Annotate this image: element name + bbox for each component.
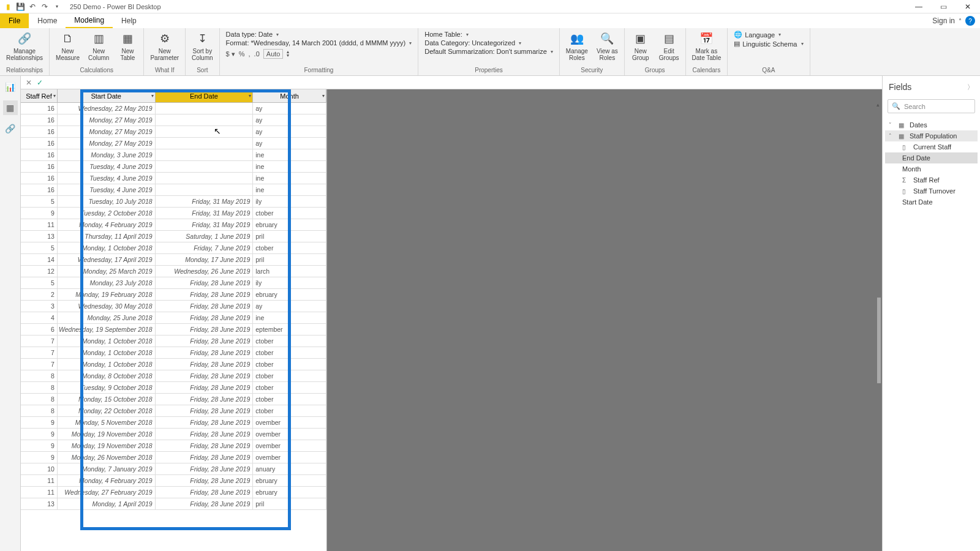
- table-row[interactable]: 4Monday, 25 June 2018Friday, 28 June 201…: [21, 312, 326, 324]
- cell-month[interactable]: eptember: [253, 324, 326, 335]
- cell-enddate[interactable]: Friday, 28 June 2019: [156, 277, 254, 288]
- table-row[interactable]: 10Monday, 7 January 2019Friday, 28 June …: [21, 463, 326, 475]
- cell-staffref[interactable]: 11: [21, 475, 58, 486]
- table-row[interactable]: 16Tuesday, 4 June 2019ine: [21, 161, 326, 173]
- table-row[interactable]: 16Monday, 27 May 2019ay: [21, 126, 326, 138]
- table-row[interactable]: 13Monday, 1 April 2019Friday, 28 June 20…: [21, 498, 326, 510]
- cell-staffref[interactable]: 11: [21, 487, 58, 498]
- sort-by-column-button[interactable]: ↧Sort by Column: [189, 29, 215, 62]
- cell-enddate[interactable]: Monday, 17 June 2019: [156, 254, 254, 265]
- percent-icon[interactable]: %: [239, 50, 245, 58]
- cell-startdate[interactable]: Monday, 8 October 2018: [58, 370, 156, 381]
- cell-month[interactable]: ay: [253, 114, 326, 126]
- cell-startdate[interactable]: Wednesday, 27 February 2019: [58, 487, 156, 498]
- table-node-staff-population[interactable]: ˄ ▦ Staff Population: [885, 130, 978, 141]
- cell-startdate[interactable]: Monday, 5 November 2018: [58, 417, 156, 428]
- cell-month[interactable]: ctober: [253, 335, 326, 347]
- cell-startdate[interactable]: Monday, 19 February 2018: [58, 289, 156, 300]
- table-row[interactable]: 16Tuesday, 4 June 2019ine: [21, 173, 326, 184]
- cell-enddate[interactable]: Friday, 28 June 2019: [156, 475, 254, 486]
- cell-enddate[interactable]: [156, 184, 254, 195]
- table-row[interactable]: 9Tuesday, 2 October 2018Friday, 31 May 2…: [21, 208, 326, 219]
- cell-month[interactable]: ay: [253, 103, 326, 114]
- cell-enddate[interactable]: [156, 138, 254, 149]
- cell-startdate[interactable]: Wednesday, 19 September 2018: [58, 324, 156, 335]
- manage-roles-button[interactable]: 👥Manage Roles: [564, 29, 590, 62]
- cell-month[interactable]: ine: [253, 312, 326, 323]
- cell-enddate[interactable]: Friday, 28 June 2019: [156, 335, 254, 347]
- cell-staffref[interactable]: 16: [21, 149, 58, 160]
- table-row[interactable]: 16Wednesday, 22 May 2019ay: [21, 103, 326, 114]
- cell-enddate[interactable]: Friday, 7 June 2019: [156, 242, 254, 253]
- cell-month[interactable]: ctober: [253, 394, 326, 405]
- table-row[interactable]: 8Monday, 15 October 2018Friday, 28 June …: [21, 394, 326, 405]
- undo-icon[interactable]: ↶: [27, 1, 38, 12]
- cell-enddate[interactable]: Friday, 28 June 2019: [156, 440, 254, 451]
- cell-staffref[interactable]: 4: [21, 312, 58, 323]
- new-table-button[interactable]: ▦New Table: [115, 29, 140, 62]
- cell-enddate[interactable]: [156, 103, 254, 114]
- cell-month[interactable]: ovember: [253, 417, 326, 428]
- cell-startdate[interactable]: Tuesday, 4 June 2019: [58, 173, 156, 184]
- table-node-dates[interactable]: ˅ ▦ Dates: [885, 119, 978, 130]
- table-row[interactable]: 8Monday, 8 October 2018Friday, 28 June 2…: [21, 370, 326, 382]
- cell-staffref[interactable]: 16: [21, 138, 58, 149]
- language-dropdown[interactable]: 🌐 Language: [734, 31, 803, 39]
- mark-as-date-table-button[interactable]: 📅Mark as Date Table: [690, 29, 724, 62]
- cell-startdate[interactable]: Monday, 23 July 2018: [58, 277, 156, 288]
- qat-dropdown-icon[interactable]: ▾: [51, 1, 62, 12]
- field-staff-ref[interactable]: ΣStaff Ref: [885, 174, 978, 186]
- defaultsummarization-dropdown[interactable]: Default Summarization: Don't summarize: [424, 48, 553, 55]
- filter-dropdown-icon[interactable]: ▾: [322, 93, 325, 99]
- cell-startdate[interactable]: Monday, 4 February 2019: [58, 475, 156, 486]
- minimize-button[interactable]: —: [907, 0, 931, 13]
- cell-staffref[interactable]: 8: [21, 382, 58, 393]
- cell-enddate[interactable]: Friday, 28 June 2019: [156, 452, 254, 463]
- table-row[interactable]: 7Monday, 1 October 2018Friday, 28 June 2…: [21, 359, 326, 370]
- new-measure-button[interactable]: 🗋New Measure: [53, 29, 82, 62]
- cell-startdate[interactable]: Monday, 1 October 2018: [58, 359, 156, 370]
- cell-month[interactable]: pril: [253, 498, 326, 509]
- table-row[interactable]: 11Monday, 4 February 2019Friday, 31 May …: [21, 219, 326, 231]
- table-row[interactable]: 8Monday, 22 October 2018Friday, 28 June …: [21, 405, 326, 417]
- cell-month[interactable]: ovember: [253, 452, 326, 463]
- cell-staffref[interactable]: 16: [21, 173, 58, 184]
- cell-enddate[interactable]: Friday, 28 June 2019: [156, 463, 254, 474]
- cell-staffref[interactable]: 16: [21, 184, 58, 195]
- cell-month[interactable]: ebruary: [253, 475, 326, 486]
- table-row[interactable]: 9Monday, 5 November 2018Friday, 28 June …: [21, 417, 326, 429]
- cell-month[interactable]: ay: [253, 138, 326, 149]
- commit-formula-icon[interactable]: ✓: [37, 78, 43, 87]
- currency-icon[interactable]: $ ▾: [226, 50, 235, 58]
- table-row[interactable]: 7Monday, 1 October 2018Friday, 28 June 2…: [21, 347, 326, 359]
- table-row[interactable]: 16Monday, 3 June 2019ine: [21, 149, 326, 161]
- cell-staffref[interactable]: 12: [21, 266, 58, 277]
- cell-enddate[interactable]: Wednesday, 26 June 2019: [156, 266, 254, 277]
- cell-staffref[interactable]: 7: [21, 347, 58, 358]
- cell-month[interactable]: ctober: [253, 359, 326, 370]
- cell-staffref[interactable]: 13: [21, 231, 58, 242]
- cell-startdate[interactable]: Tuesday, 4 June 2019: [58, 161, 156, 172]
- table-row[interactable]: 8Tuesday, 9 October 2018Friday, 28 June …: [21, 382, 326, 394]
- thousands-icon[interactable]: ,: [249, 50, 251, 58]
- cell-month[interactable]: ovember: [253, 440, 326, 451]
- format-dropdown[interactable]: Format: *Wednesday, 14 March 2001 (dddd,…: [226, 39, 412, 47]
- cell-month[interactable]: larch: [253, 266, 326, 277]
- cell-month[interactable]: ovember: [253, 429, 326, 440]
- cell-startdate[interactable]: Monday, 4 February 2019: [58, 219, 156, 230]
- cell-staffref[interactable]: 7: [21, 359, 58, 370]
- table-row[interactable]: 16Monday, 27 May 2019ay: [21, 114, 326, 126]
- table-row[interactable]: 9Monday, 19 November 2018Friday, 28 June…: [21, 440, 326, 452]
- cell-enddate[interactable]: Friday, 28 June 2019: [156, 417, 254, 428]
- cell-month[interactable]: ctober: [253, 347, 326, 358]
- cell-startdate[interactable]: Monday, 1 April 2019: [58, 498, 156, 509]
- column-header-month[interactable]: Month▾: [253, 89, 326, 102]
- cell-startdate[interactable]: Wednesday, 17 April 2019: [58, 254, 156, 265]
- cell-staffref[interactable]: 9: [21, 417, 58, 428]
- cell-staffref[interactable]: 10: [21, 463, 58, 474]
- cell-month[interactable]: ebruary: [253, 289, 326, 300]
- cell-enddate[interactable]: [156, 173, 254, 184]
- cell-startdate[interactable]: Monday, 27 May 2019: [58, 126, 156, 137]
- table-row[interactable]: 5Tuesday, 10 July 2018Friday, 31 May 201…: [21, 196, 326, 208]
- cell-enddate[interactable]: Saturday, 1 June 2019: [156, 231, 254, 242]
